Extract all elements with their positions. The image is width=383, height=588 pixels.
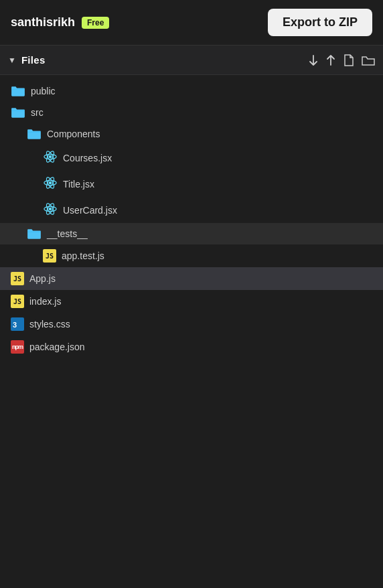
files-panel-header: ▼ Files — [0, 46, 383, 75]
svg-point-8 — [49, 208, 52, 211]
tree-item-label: __tests__ — [47, 228, 88, 239]
tree-item-label: package.json — [29, 342, 85, 352]
tree-item-packagejson[interactable]: npmpackage.json — [0, 336, 383, 358]
tree-item-appjs[interactable]: JSApp.js — [0, 267, 383, 290]
export-zip-button[interactable]: Export to ZIP — [268, 9, 372, 36]
tree-item-label: public — [31, 86, 56, 96]
tree-item-label: Courses.jsx — [63, 153, 112, 163]
svg-point-0 — [49, 155, 52, 159]
sort-ascending-icon[interactable] — [325, 54, 336, 66]
top-bar: santhisrikh Free Export to ZIP — [0, 0, 383, 46]
sort-descending-icon[interactable] — [308, 54, 319, 66]
files-title: Files — [21, 54, 46, 66]
tree-item-label: UserCard.jsx — [63, 205, 117, 216]
react-icon — [43, 149, 58, 166]
file-tree: public src Components Courses.jsx Title.… — [0, 75, 383, 364]
tree-item-courses[interactable]: Courses.jsx — [0, 145, 383, 171]
react-icon — [43, 175, 58, 192]
free-badge: Free — [82, 17, 109, 29]
user-section: santhisrikh Free — [11, 15, 109, 29]
js-icon: JS — [11, 295, 24, 308]
new-file-icon[interactable] — [343, 54, 355, 67]
tree-item-components[interactable]: Components — [0, 123, 383, 145]
username: santhisrikh — [11, 15, 75, 29]
svg-point-4 — [49, 181, 52, 185]
tree-item-label: App.js — [29, 273, 56, 284]
files-actions — [308, 54, 375, 67]
files-header-left: ▼ Files — [8, 54, 46, 66]
tree-item-tests[interactable]: __tests__ — [0, 223, 383, 244]
tree-item-label: index.js — [29, 296, 61, 307]
react-icon — [43, 202, 58, 218]
new-folder-icon[interactable] — [362, 54, 375, 66]
tree-item-title[interactable]: Title.jsx — [0, 171, 383, 197]
tree-item-src[interactable]: src — [0, 102, 383, 123]
tree-item-label: Components — [47, 129, 100, 139]
chevron-down-icon[interactable]: ▼ — [8, 56, 16, 65]
tree-item-label: styles.css — [29, 319, 70, 329]
tree-item-apptestjs[interactable]: JSapp.test.js — [0, 244, 383, 267]
tree-item-stylescss[interactable]: 3 styles.css — [0, 313, 383, 336]
js-icon: JS — [11, 272, 24, 285]
npm-icon: npm — [11, 340, 24, 354]
tree-item-indexjs[interactable]: JSindex.js — [0, 290, 383, 313]
css-icon: 3 — [11, 317, 24, 331]
tree-item-label: app.test.js — [62, 250, 104, 261]
tree-item-label: Title.jsx — [63, 179, 94, 190]
svg-text:3: 3 — [13, 321, 17, 329]
tree-item-label: src — [31, 107, 44, 118]
tree-item-public[interactable]: public — [0, 80, 383, 102]
tree-item-usercard[interactable]: UserCard.jsx — [0, 197, 383, 223]
js-icon: JS — [43, 249, 56, 263]
